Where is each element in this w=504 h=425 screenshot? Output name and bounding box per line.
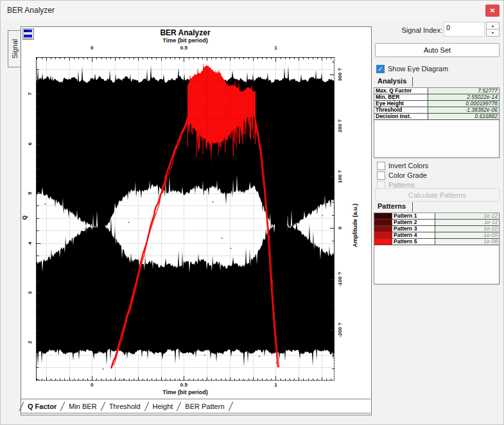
amplitude-tick-label: 300 ? (337, 68, 343, 81)
left-axis-label: Q (21, 215, 28, 220)
check-icon: ✓ (377, 65, 384, 73)
tab-ber-pattern[interactable]: BER Pattern (179, 403, 230, 410)
analysis-row-value: 2.55022e-14 (428, 94, 499, 100)
pattern-ber-value: 1e-10 (435, 226, 499, 232)
chart-title: BER Analyzer (36, 28, 335, 37)
cascade-windows-icon[interactable] (22, 28, 34, 40)
title-bar: BER Analyzer ✕ (1, 1, 503, 20)
amplitude-tick-label: -100 ? (337, 272, 343, 286)
tab-height[interactable]: Height (147, 403, 179, 410)
q-tick-label: 2 (27, 341, 33, 343)
pattern-name: Pattern 4 (392, 232, 435, 238)
patterns-table: Pattern 11e-12Pattern 21e-11Pattern 31e-… (374, 212, 500, 284)
chevron-up-icon: ▲ (491, 24, 494, 28)
pattern-color-swatch (374, 226, 392, 232)
pattern-name: Pattern 5 (392, 239, 435, 245)
x-tick-label-top: 0 (79, 45, 105, 51)
pattern-ber-value: 1e-11 (435, 220, 499, 225)
tab-analysis[interactable]: Analysis (378, 77, 406, 85)
pattern-color-swatch (374, 220, 392, 225)
close-icon: ✕ (485, 4, 500, 17)
amplitude-tick-label: 100 ? (337, 170, 343, 183)
signal-index-label: Signal Index: (373, 26, 442, 34)
patterns-tab-divider (412, 202, 413, 212)
eye-diagram-canvas[interactable] (36, 57, 335, 381)
color-grade-checkbox[interactable] (377, 171, 385, 180)
analysis-row-value: -1.38382e-06 (428, 107, 499, 113)
pattern-ber-value: 1e-09 (435, 232, 499, 238)
ber-analyzer-window: BER Analyzer ✕ Signal BER Analyzer Time … (0, 0, 504, 425)
pattern-color-swatch (374, 213, 392, 219)
signal-index-stepper: ▲ ▼ (486, 22, 500, 37)
tab-patterns[interactable]: Patterns (378, 202, 406, 210)
pattern-ber-value: 1e-12 (435, 213, 499, 219)
amplitude-tick-label: 0 (337, 227, 343, 229)
pattern-row[interactable]: Pattern 41e-09 (374, 232, 499, 239)
bottom-tab-strip: Q FactorMin BERThresholdHeightBER Patter… (21, 399, 370, 413)
q-tick-label: 6 (27, 142, 33, 144)
pattern-row[interactable]: Pattern 11e-12 (374, 213, 499, 220)
invert-colors-checkbox[interactable] (377, 162, 385, 170)
analysis-row-value: 0.000199778 (428, 101, 499, 107)
analysis-row-label: Decision Inst. (374, 114, 428, 119)
close-button[interactable]: ✕ (485, 4, 500, 17)
analysis-row-value: 7.52777 (428, 88, 499, 94)
analysis-row-value: 0.616882 (428, 114, 499, 119)
pattern-row[interactable]: Pattern 31e-10 (374, 226, 499, 232)
amplitude-tick-label: -200 ? (337, 323, 343, 338)
amplitude-tick-label: 200 ? (337, 119, 343, 132)
x-tick-label-top: 1 (263, 45, 288, 51)
show-eye-diagram-checkbox[interactable]: ✓ (376, 65, 385, 73)
pattern-name: Pattern 1 (392, 213, 435, 219)
analysis-row-label: Min. BER (374, 94, 428, 100)
analysis-row[interactable]: Threshold-1.38382e-06 (374, 107, 499, 114)
q-tick-label: 3 (27, 291, 33, 294)
analysis-row-label: Threshold (374, 107, 428, 113)
q-tick-label: 5 (27, 192, 33, 195)
analysis-row[interactable]: Decision Inst.0.616882 (374, 114, 499, 120)
invert-colors-label: Invert Colors (388, 162, 428, 169)
calculate-patterns-button[interactable]: Calculate Patterns (375, 188, 500, 202)
analysis-row[interactable]: Max. Q Factor7.52777 (374, 88, 499, 94)
q-tick-label: 7 (27, 92, 33, 95)
auto-set-button[interactable]: Auto Set (375, 43, 500, 57)
show-eye-diagram-label: Show Eye Diagram (388, 65, 448, 73)
tab-min-ber[interactable]: Min BER (63, 403, 102, 410)
pattern-name: Pattern 3 (392, 226, 435, 232)
x-tick-label-bottom: 0 (79, 382, 105, 388)
spin-down-button[interactable]: ▼ (486, 29, 500, 37)
tab-threshold[interactable]: Threshold (103, 403, 146, 410)
top-axis-title: Time (bit period) (36, 37, 335, 44)
tab-signal-label: Signal (11, 39, 19, 59)
chevron-down-icon: ▼ (491, 31, 494, 35)
signal-index-field[interactable]: 0 (444, 22, 485, 37)
analysis-tab-divider (412, 77, 413, 87)
pattern-name: Pattern 2 (392, 220, 435, 225)
pattern-color-swatch (374, 232, 392, 238)
window-title: BER Analyzer (7, 6, 55, 15)
pattern-row[interactable]: Pattern 21e-11 (374, 220, 499, 226)
x-tick-label-top: 0.5 (171, 45, 196, 51)
analysis-table: Max. Q Factor7.52777Min. BER2.55022e-14E… (374, 87, 500, 158)
x-tick-label-bottom: 1 (263, 382, 288, 388)
right-axis-label: Amplitude (a.u.) (352, 204, 358, 247)
analysis-row-label: Max. Q Factor (374, 88, 428, 94)
bottom-axis-title: Time (bit period) (36, 389, 335, 395)
analysis-row[interactable]: Eye Height0.000199778 (374, 101, 499, 107)
pattern-color-swatch (374, 239, 392, 245)
tab-signal[interactable]: Signal (8, 30, 21, 67)
pattern-row[interactable]: Pattern 51e-08 (374, 239, 499, 245)
q-tick-label: 4 (27, 241, 33, 244)
color-grade-label: Color Grade (388, 171, 427, 179)
analysis-row[interactable]: Min. BER2.55022e-14 (374, 94, 499, 101)
tab-q-factor[interactable]: Q Factor (22, 403, 62, 410)
pattern-ber-value: 1e-08 (435, 239, 499, 245)
x-tick-label-bottom: 0.5 (171, 382, 196, 388)
analysis-row-label: Eye Height (374, 101, 428, 107)
